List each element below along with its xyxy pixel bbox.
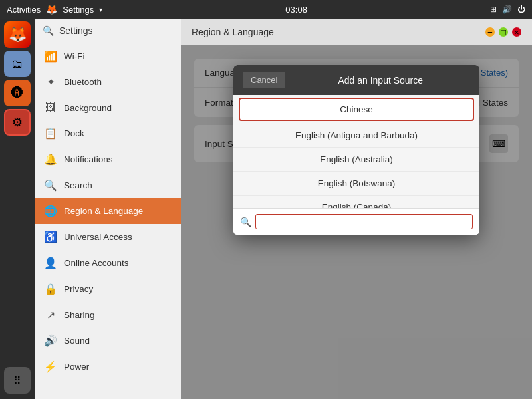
modal-overlay: Cancel Add an Input Source Chinese Engli… <box>181 45 532 399</box>
list-item-english-australia[interactable]: English (Australia) <box>233 148 479 172</box>
content-body: Language English (United States) Formats… <box>181 45 532 399</box>
list-item-english-canada[interactable]: English (Canada) <box>233 196 479 208</box>
sound-sidebar-icon: 🔊 <box>44 334 57 347</box>
content-area: Region & Language − □ × Language English… <box>181 19 532 399</box>
activities-button[interactable]: Activities <box>7 5 41 15</box>
sidebar-item-search[interactable]: 🔍 Search <box>35 172 181 198</box>
modal-title: Add an Input Source <box>291 75 470 86</box>
power-icon[interactable]: ⏻ <box>517 5 525 14</box>
sidebar-item-sharing[interactable]: ↗ Sharing <box>35 302 181 328</box>
list-item-english-antigua[interactable]: English (Antigua and Barbuda) <box>233 124 479 148</box>
modal-header: Cancel Add an Input Source <box>233 65 479 95</box>
sidebar-item-power[interactable]: ⚡ Power <box>35 354 181 380</box>
modal-search-bar: 🔍 <box>233 208 479 235</box>
wifi-icon: 📶 <box>44 50 57 63</box>
content-title: Region & Language <box>192 27 274 37</box>
online-accounts-icon: 👤 <box>44 257 57 269</box>
main-layout: 🦊 🗂 🅐 ⚙ ⠿ 🔍 Settings 📶 Wi-Fi ✦ Bluetooth… <box>0 19 532 399</box>
sidebar-label-notifications: Notifications <box>64 154 113 164</box>
close-button[interactable]: × <box>512 27 521 37</box>
dock-appstore[interactable]: 🅐 <box>4 80 31 106</box>
sidebar-item-dock[interactable]: 📋 Dock <box>35 120 181 146</box>
minimize-button[interactable]: − <box>485 27 495 37</box>
sidebar-label-dock: Dock <box>64 128 84 138</box>
modal-cancel-button[interactable]: Cancel <box>243 72 285 88</box>
app-menu[interactable]: Settings <box>63 5 94 15</box>
clock: 03:08 <box>285 5 307 15</box>
dock-firefox[interactable]: 🦊 <box>4 21 31 48</box>
dock-files[interactable]: 🗂 <box>4 51 31 77</box>
firefox-icon: 🦊 <box>46 4 57 15</box>
region-icon: 🌐 <box>44 205 57 217</box>
sidebar-label-wifi: Wi-Fi <box>64 51 84 61</box>
modal-search-input[interactable] <box>255 214 473 229</box>
sidebar-item-privacy[interactable]: 🔒 Privacy <box>35 276 181 302</box>
sidebar-label-region: Region & Language <box>64 206 143 216</box>
sidebar: 🔍 Settings 📶 Wi-Fi ✦ Bluetooth 🖼 Backgro… <box>35 19 181 399</box>
dock-apps[interactable]: ⠿ <box>4 367 31 394</box>
background-icon: 🖼 <box>44 102 57 114</box>
sidebar-label-privacy: Privacy <box>64 284 93 294</box>
app-menu-chevron[interactable]: ▾ <box>99 6 102 13</box>
sound-icon[interactable]: 🔊 <box>502 5 512 14</box>
topbar: Activities 🦊 Settings ▾ 03:08 ⊞ 🔊 ⏻ <box>0 0 532 19</box>
content-header: Region & Language − □ × <box>181 19 532 45</box>
sidebar-label-bluetooth: Bluetooth <box>64 77 102 87</box>
sidebar-item-region[interactable]: 🌐 Region & Language <box>35 198 181 224</box>
sidebar-item-universal-access[interactable]: ♿ Universal Access <box>35 224 181 250</box>
sidebar-label-search: Search <box>64 180 92 190</box>
list-item-english-botswana[interactable]: English (Botswana) <box>233 172 479 196</box>
notifications-icon: 🔔 <box>44 153 57 166</box>
window-controls: − □ × <box>485 27 521 37</box>
sidebar-settings-title: Settings <box>59 25 93 36</box>
sidebar-label-sound: Sound <box>64 336 90 346</box>
power-sidebar-icon: ⚡ <box>44 360 57 373</box>
network-icon[interactable]: ⊞ <box>490 5 497 14</box>
sidebar-item-notifications[interactable]: 🔔 Notifications <box>35 146 181 172</box>
sidebar-item-background[interactable]: 🖼 Background <box>35 95 181 120</box>
sidebar-label-online-accounts: Online Accounts <box>64 258 129 268</box>
sidebar-label-power: Power <box>64 362 89 372</box>
sidebar-header: 🔍 Settings <box>35 19 181 43</box>
sidebar-search-icon: 🔍 <box>43 25 54 36</box>
sidebar-item-wifi[interactable]: 📶 Wi-Fi <box>35 43 181 69</box>
dock: 🦊 🗂 🅐 ⚙ ⠿ <box>0 19 35 399</box>
sidebar-label-background: Background <box>64 103 112 113</box>
universal-access-icon: ♿ <box>44 231 57 243</box>
sharing-icon: ↗ <box>44 309 57 321</box>
add-input-source-modal: Cancel Add an Input Source Chinese Engli… <box>233 65 479 235</box>
language-list: Chinese English (Antigua and Barbuda) En… <box>233 95 479 208</box>
sidebar-item-sound[interactable]: 🔊 Sound <box>35 328 181 354</box>
sidebar-item-online-accounts[interactable]: 👤 Online Accounts <box>35 250 181 276</box>
dock-icon-sidebar: 📋 <box>44 127 57 140</box>
modal-body: Chinese English (Antigua and Barbuda) En… <box>233 95 479 235</box>
dock-settings[interactable]: ⚙ <box>4 109 31 136</box>
modal-search-icon: 🔍 <box>240 217 251 227</box>
bluetooth-icon: ✦ <box>44 76 57 88</box>
privacy-icon: 🔒 <box>44 283 57 295</box>
list-item-chinese[interactable]: Chinese <box>239 98 474 121</box>
maximize-button[interactable]: □ <box>499 27 508 37</box>
sidebar-label-universal-access: Universal Access <box>64 232 132 242</box>
sidebar-label-sharing: Sharing <box>64 310 95 320</box>
search-icon: 🔍 <box>44 179 57 192</box>
sidebar-item-bluetooth[interactable]: ✦ Bluetooth <box>35 69 181 95</box>
